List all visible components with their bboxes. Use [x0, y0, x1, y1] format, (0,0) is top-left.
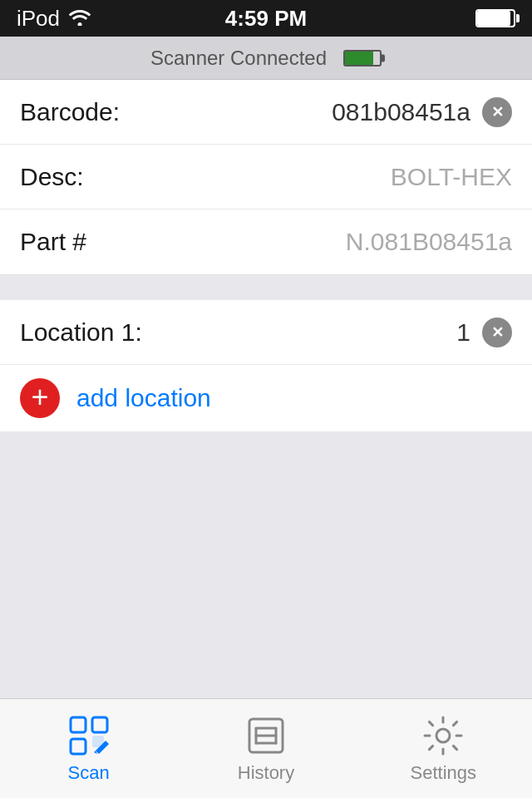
main-content: Scanner Connected Barcode: 081b08451a De… — [0, 37, 532, 698]
barcode-clear-button[interactable] — [482, 97, 512, 127]
battery-icon — [475, 9, 515, 27]
status-bar: iPod 4:59 PM — [0, 0, 532, 37]
barcode-row: Barcode: 081b08451a — [0, 80, 532, 145]
desc-value: BOLT-HEX — [153, 163, 512, 191]
scanner-battery-bar — [343, 50, 382, 66]
add-location-icon — [20, 378, 60, 418]
scanner-status-text: Scanner Connected — [150, 47, 327, 70]
desc-label: Desc: — [20, 163, 153, 191]
location1-label: Location 1: — [20, 318, 153, 347]
location1-value: 1 — [153, 318, 470, 347]
scanner-battery-indicator — [343, 50, 382, 66]
tab-settings[interactable]: Settings — [368, 714, 518, 784]
history-tab-label: History — [238, 762, 294, 784]
wifi-icon — [68, 7, 91, 30]
settings-icon — [421, 714, 465, 757]
location1-row: Location 1: 1 — [0, 300, 532, 365]
scan-tab-label: Scan — [68, 762, 110, 784]
history-icon — [244, 714, 288, 757]
scan-icon — [67, 714, 111, 757]
section-gap — [0, 275, 532, 300]
part-value: N.081B08451a — [153, 228, 512, 256]
part-row: Part # N.081B08451a — [0, 209, 532, 274]
location1-clear-button[interactable] — [482, 318, 512, 347]
add-location-text: add location — [76, 384, 211, 412]
tab-history[interactable]: History — [191, 714, 341, 784]
tab-bar: Scan History Settings — [0, 698, 532, 798]
scanner-battery-fill — [345, 52, 373, 65]
add-location-row[interactable]: add location — [0, 365, 532, 431]
barcode-value: 081b08451a — [153, 98, 470, 126]
desc-row: Desc: BOLT-HEX — [0, 145, 532, 209]
status-time: 4:59 PM — [225, 6, 307, 32]
location-section: Location 1: 1 add location — [0, 300, 532, 431]
barcode-label: Barcode: — [20, 98, 153, 126]
part-label: Part # — [20, 228, 153, 256]
device-name: iPod — [17, 6, 60, 32]
svg-rect-1 — [92, 717, 107, 732]
svg-point-10 — [436, 729, 450, 742]
tab-scan[interactable]: Scan — [14, 714, 164, 784]
scanner-status-bar: Scanner Connected — [0, 37, 532, 80]
svg-rect-0 — [71, 717, 86, 732]
barcode-section: Barcode: 081b08451a Desc: BOLT-HEX Part … — [0, 80, 532, 275]
svg-rect-2 — [71, 739, 86, 754]
settings-tab-label: Settings — [411, 762, 477, 784]
